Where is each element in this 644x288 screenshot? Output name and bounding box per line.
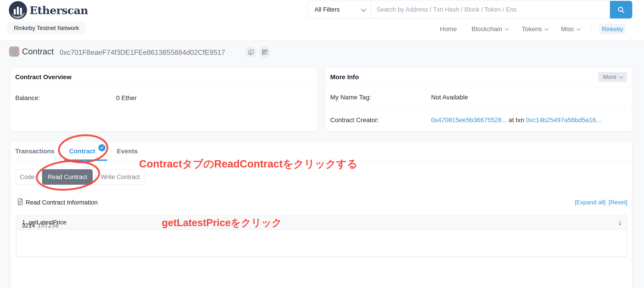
code-button[interactable]: Code <box>16 169 39 185</box>
tab-events[interactable]: Events <box>117 148 138 155</box>
copy-address-button[interactable] <box>246 46 256 58</box>
more-info-card: More Info More My Name Tag: Not Availabl… <box>325 67 632 131</box>
expand-all-link[interactable]: [Expand all] <box>575 199 606 206</box>
nav-divider <box>591 24 592 34</box>
chevron-down-icon <box>361 7 366 12</box>
arrow-down-icon: ↓ <box>618 218 622 227</box>
more-info-card-title: More Info <box>325 67 632 87</box>
method-accordion: 1. getLatestPrice ↓ 3214 int256 <box>16 215 628 257</box>
etherscan-logo[interactable]: Etherscan <box>9 1 88 20</box>
search-bar: All Filters <box>308 1 632 19</box>
more-button-label: More <box>603 74 616 81</box>
creator-connector-text: at txn <box>507 116 526 124</box>
read-contract-button[interactable]: Read Contract <box>42 169 93 185</box>
nav-tokens[interactable]: Tokens <box>522 26 548 33</box>
name-tag-value: Not Available <box>431 94 468 101</box>
write-contract-button[interactable]: Write Contract <box>96 169 145 185</box>
search-input[interactable] <box>371 1 610 19</box>
chevron-down-icon <box>544 27 548 31</box>
chevron-down-icon <box>505 27 509 31</box>
read-contract-section-title: Read Contract Information <box>26 199 98 206</box>
search-button[interactable] <box>610 1 632 19</box>
contract-overview-card: Contract Overview Balance: 0 Ether <box>10 67 318 131</box>
row-divider <box>330 109 627 109</box>
balance-label: Balance: <box>15 94 40 102</box>
etherscan-contract-page: Etherscan Rinkeby Testnet Network All Fi… <box>0 0 644 288</box>
main-nav: Home Blockchain Tokens Misc Rinkeby <box>440 24 626 35</box>
network-switch-button[interactable]: Rinkeby <box>599 24 626 34</box>
annotation-text-read-contract: ContractタブのReadContractをクリックする <box>139 157 358 171</box>
logo-text: Etherscan <box>30 4 88 17</box>
contract-identicon <box>9 46 19 57</box>
search-icon <box>617 6 625 14</box>
document-icon <box>17 198 23 205</box>
contract-creator-label: Contract Creator: <box>330 116 379 124</box>
nav-home-label: Home <box>440 26 457 33</box>
verified-check-badge-icon <box>98 144 106 151</box>
tab-contract[interactable]: Contract <box>69 148 95 155</box>
chevron-down-icon <box>577 27 580 31</box>
more-dropdown-button[interactable]: More <box>598 72 627 82</box>
creator-txn-link[interactable]: 0xc14b25497a56bd5a16... <box>526 116 601 124</box>
nav-blockchain[interactable]: Blockchain <box>472 26 508 33</box>
chevron-down-icon <box>619 75 623 79</box>
qrcode-icon <box>262 49 268 55</box>
etherscan-logo-icon <box>9 1 27 20</box>
search-filter-label: All Filters <box>314 6 340 13</box>
qrcode-button[interactable] <box>259 46 270 58</box>
contract-creator-value: 0x470815ee5b36675528... at txn 0xc14b254… <box>431 116 601 124</box>
tab-transactions[interactable]: Transactions <box>15 148 54 155</box>
method-result-value: 3214 <box>22 222 35 229</box>
nav-home[interactable]: Home <box>440 26 457 33</box>
search-filter-dropdown[interactable]: All Filters <box>308 1 371 19</box>
nav-blockchain-label: Blockchain <box>472 26 502 33</box>
nav-misc-label: Misc <box>561 26 574 33</box>
creator-address-link[interactable]: 0x470815ee5b36675528... <box>431 116 507 124</box>
copy-icon <box>248 49 254 55</box>
reset-link[interactable]: [Reset] <box>608 199 627 206</box>
page-title: Contract <box>22 47 54 56</box>
nav-misc[interactable]: Misc <box>561 26 580 33</box>
method-result-panel: 3214 int256 <box>16 229 628 257</box>
method-result-type: int256 <box>38 222 59 229</box>
name-tag-label: My Name Tag: <box>330 94 371 101</box>
balance-value: 0 Ether <box>116 94 136 102</box>
annotation-text-get-latest-price: getLatestPriceをクリック <box>162 216 282 229</box>
method-accordion-header[interactable]: 1. getLatestPrice ↓ <box>16 215 628 229</box>
contract-address: 0xc701F8eaeF74f3DE1FEe8613855884d02CfE95… <box>60 49 225 57</box>
overview-card-title: Contract Overview <box>10 67 318 87</box>
network-badge: Rinkeby Testnet Network <box>7 22 86 34</box>
nav-tokens-label: Tokens <box>522 26 542 33</box>
